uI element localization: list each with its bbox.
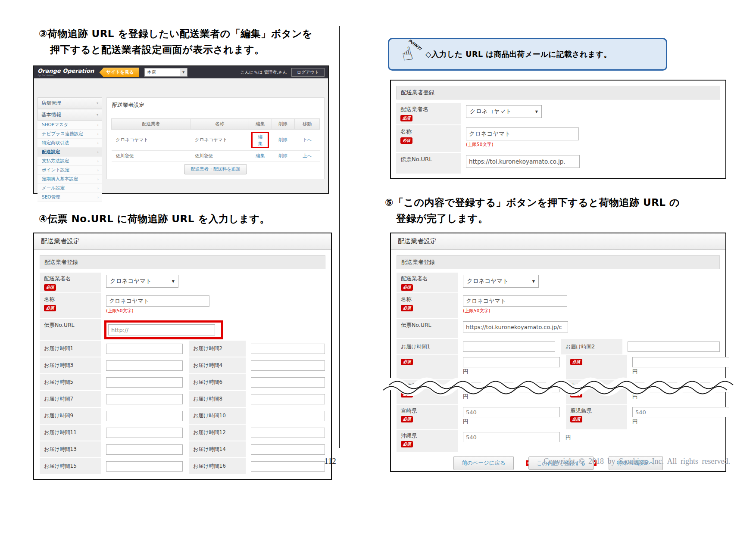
delivery-time-input[interactable] [251, 461, 325, 472]
delivery-time-input[interactable] [106, 461, 183, 472]
table-header-row: 配送業者 名称 編集 削除 移動 [112, 119, 320, 130]
carrier-select[interactable]: クロネコヤマト ▼ [466, 105, 542, 118]
sidebar-item-shop-master[interactable]: SHOPマスタ› [37, 121, 102, 130]
price-input[interactable] [463, 432, 560, 442]
delivery-time-input[interactable] [251, 411, 325, 421]
price-input[interactable] [632, 382, 729, 392]
price-input[interactable] [463, 357, 560, 367]
delivery-time-input[interactable] [251, 428, 325, 438]
admin-body: 店舗管理 ▾ 基本情報 ▾ SHOPマスタ› ナビプラス連携設定› 特定商取引法… [34, 78, 328, 205]
name-label: 名称 必須 [396, 125, 461, 152]
carrier-settings-panel: 配送業者設定 配送業者 名称 編集 削除 移動 クロネコヤマト クロネコヤマト … [106, 97, 325, 179]
carrier-select[interactable]: クロネコヤマト ▼ [463, 275, 539, 288]
delivery-time-label: お届け時間8 [189, 391, 246, 407]
delivery-time-label: お届け時間1 [40, 341, 101, 357]
sidebar-item-point[interactable]: ポイント設定› [37, 166, 102, 175]
delivery-time-label: お届け時間14 [189, 441, 246, 457]
delivery-time-input[interactable] [251, 360, 325, 371]
red-highlight-frame [104, 320, 223, 339]
window-title: 配送業者設定 [34, 233, 331, 250]
sidebar-section-basic[interactable]: 基本情報 ▾ [37, 109, 102, 121]
delivery-time-input[interactable] [251, 394, 325, 404]
chevron-right-icon: › [97, 150, 99, 154]
sidebar-item-seo[interactable]: SEO管理› [37, 193, 102, 202]
delivery-time-input[interactable] [106, 360, 183, 371]
yen-unit: 円 [565, 434, 571, 441]
prefecture-label: 必須 [397, 355, 458, 379]
prefecture-label: 沖縄県 必須 [397, 430, 458, 452]
required-badge: 必須 [401, 416, 413, 422]
required-badge: 必須 [401, 284, 413, 291]
store-select[interactable]: 本店 ▼ [144, 68, 187, 77]
name-label: 名称 必須 [40, 293, 101, 318]
store-select-value: 本店 [147, 69, 156, 75]
sidebar-item-payment[interactable]: 支払方法設定› [37, 157, 102, 166]
tracking-url-label: 伝票No.URL [396, 153, 461, 174]
step-5-line1: ⑤「この内容で登録する」ボタンを押下すると荷物追跡 URL の [385, 195, 680, 211]
move-up-link[interactable]: 上へ [303, 153, 312, 158]
tracking-url-input[interactable] [108, 324, 215, 335]
chevron-down-icon: ▼ [180, 69, 187, 76]
delivery-time-input[interactable] [106, 344, 183, 354]
carrier-settings-form-left: 配送業者設定 配送業者登録 配送業者名 必須 クロネコヤマト ▼ 名称 必 [33, 233, 332, 480]
delivery-time-input[interactable] [106, 411, 183, 421]
delete-link[interactable]: 削除 [278, 137, 287, 142]
delivery-time-input[interactable] [106, 428, 183, 438]
price-input[interactable] [463, 382, 560, 392]
tracking-url-input[interactable] [466, 155, 580, 168]
prefecture-label: 必須 [566, 355, 627, 379]
name-input[interactable] [106, 295, 209, 307]
required-badge: 必須 [401, 391, 413, 397]
edit-link[interactable]: 編集 [256, 153, 265, 158]
carrier-name-label: 配送業者名 必須 [396, 103, 461, 124]
sidebar-item-delivery-settings[interactable]: 配送設定› [37, 148, 102, 157]
sidebar-section-store[interactable]: 店舗管理 ▾ [37, 97, 102, 109]
delivery-time-label: お届け時間3 [40, 357, 101, 373]
view-site-button[interactable]: サイトを見る [99, 68, 139, 77]
step-5-text: ⑤「この内容で登録する」ボタンを押下すると荷物追跡 URL の 登録が完了します… [385, 195, 680, 227]
required-badge: 必須 [570, 359, 582, 365]
chevron-right-icon: › [97, 123, 99, 127]
delivery-time-label: お届け時間15 [40, 458, 101, 474]
carrier-select[interactable]: クロネコヤマト ▼ [106, 275, 178, 288]
chevron-right-icon: › [97, 159, 99, 163]
delete-link[interactable]: 削除 [278, 153, 287, 158]
carrier-register-form-top: 配送業者登録 配送業者名 必須 クロネコヤマト ▼ 名称 必須 [390, 80, 726, 179]
delivery-time-input[interactable] [251, 377, 325, 388]
section-header: 配送業者登録 [40, 255, 325, 269]
name-note: (上限50文字) [466, 142, 579, 148]
prefecture-label: 鹿児島県 必須 [566, 405, 627, 429]
required-badge: 必須 [401, 359, 413, 365]
tracking-url-input[interactable] [463, 321, 568, 332]
logout-button[interactable]: ログアウト [291, 68, 325, 77]
delivery-time-input[interactable] [106, 394, 183, 404]
table-row: 佐川急便 佐川急便 編集 削除 上へ [112, 151, 320, 161]
delivery-time-input[interactable] [628, 342, 720, 352]
price-input[interactable] [632, 357, 729, 367]
name-input[interactable] [463, 295, 567, 307]
delivery-time-label: お届け時間9 [40, 408, 101, 424]
price-input[interactable] [463, 407, 560, 417]
okinawa-row: 沖縄県 必須 円 [397, 430, 720, 452]
delivery-time-input[interactable] [251, 444, 325, 455]
back-button[interactable]: 前のページに戻る [453, 456, 513, 470]
price-input[interactable] [632, 407, 729, 417]
sidebar-item-subscription[interactable]: 定期購入基本設定› [37, 175, 102, 184]
yen-unit: 円 [632, 393, 729, 400]
delivery-time-input[interactable] [251, 344, 325, 354]
delivery-time-input[interactable] [463, 342, 555, 352]
delivery-time-label: お届け時間7 [40, 391, 101, 407]
delivery-time-label: お届け時間11 [40, 425, 101, 441]
delivery-time-input[interactable] [106, 377, 183, 388]
name-input[interactable] [466, 127, 579, 140]
sidebar-item-naviplus[interactable]: ナビプラス連携設定› [37, 130, 102, 139]
delivery-time-input[interactable] [106, 444, 183, 455]
section-header: 配送業者登録 [397, 255, 720, 269]
sidebar-item-tokutei[interactable]: 特定商取引法› [37, 139, 102, 148]
point-text: ◇入力した URL は商品出荷メールに記載されます。 [425, 49, 612, 59]
add-carrier-button[interactable]: 配送業者・配送料を追加 [184, 164, 247, 174]
move-down-link[interactable]: 下へ [303, 137, 312, 142]
point-callout: ☝ POINT! ◇入力した URL は商品出荷メールに記載されます。 [388, 38, 667, 71]
sidebar-item-mail[interactable]: メール設定› [37, 184, 102, 193]
edit-link[interactable]: 編集 [258, 134, 263, 146]
